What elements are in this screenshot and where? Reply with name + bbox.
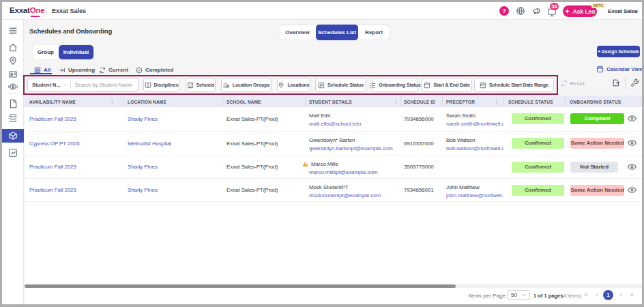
current-page-button[interactable]: 1	[603, 290, 613, 300]
student-email[interactable]: mockstudentpt@example.com	[309, 192, 396, 199]
status-tab-completed[interactable]: Completed	[136, 65, 173, 74]
student-email[interactable]: matt.ellis@school.edu	[309, 121, 396, 127]
filter-col-icon[interactable]: ⋮	[109, 98, 115, 104]
prev-page-button[interactable]: ‹	[593, 291, 601, 298]
schedule-status-badge: Confirmed	[512, 138, 564, 149]
analytics-icon[interactable]	[8, 148, 18, 158]
filter-location-groups[interactable]: Location Groups	[221, 78, 272, 92]
filter-schedule-status[interactable]: Schedule Status	[315, 78, 366, 92]
preceptor-email[interactable]: john.matthew@nortwell.co	[446, 192, 503, 199]
filter-onboarding-status[interactable]: Onboarding Status	[372, 78, 418, 92]
help-icon[interactable]: ?	[499, 6, 509, 16]
table-row[interactable]: Practicum Fall 2025 Shady Pines Exxat Sa…	[25, 179, 642, 202]
student-name: Mock StudentPT	[309, 184, 349, 190]
schedules-box-icon	[8, 131, 18, 141]
view-onboarding-icon[interactable]	[628, 114, 636, 123]
status-tab-current[interactable]: Current	[99, 65, 128, 74]
tab-overview[interactable]: Overview	[279, 25, 316, 40]
horizontal-scrollbar-thumb[interactable]	[25, 284, 456, 288]
toggle-individual[interactable]: Individual	[59, 45, 93, 59]
availability-link[interactable]: Practicum Fall 2025	[29, 116, 76, 122]
filter-start-end-date[interactable]: Start & End Date	[422, 78, 472, 92]
col-student-details[interactable]: STUDENT DETAILS	[309, 100, 352, 104]
search-input[interactable]: Search by Student Nam	[75, 82, 130, 88]
filter-schools-label: Schools	[196, 83, 215, 87]
menu-icon[interactable]	[8, 26, 18, 35]
home-icon[interactable]	[8, 43, 18, 53]
page-size-select[interactable]: 50	[508, 290, 530, 300]
col-availability-name[interactable]: AVAILABILITY NAME	[29, 100, 76, 104]
account-chevron-icon[interactable]	[633, 8, 640, 15]
export-icon[interactable]	[612, 78, 621, 87]
col-preceptor[interactable]: PRECEPTOR	[446, 100, 475, 104]
table-row[interactable]: Practicum Fall 2025 Shady Pines Exxat Sa…	[25, 156, 642, 179]
tab-report[interactable]: Report	[358, 25, 390, 40]
preceptor-name: John Matthew	[446, 184, 503, 190]
product-name: Exxat Sales	[52, 8, 86, 14]
location-link[interactable]: Shady Pines	[128, 187, 158, 193]
brand-divider	[46, 7, 47, 15]
filter-locations[interactable]: Locations	[277, 78, 310, 92]
location-link[interactable]: Methodist Hospital	[128, 141, 171, 147]
location-pin-icon[interactable]	[8, 56, 18, 65]
table-row[interactable]: Cypress OP PT 2025 Methodist Hospital Ex…	[25, 132, 642, 156]
table-row[interactable]: Practicum Fall 2025 Shady Pines Exxat Sa…	[25, 107, 642, 132]
calendar-view-link[interactable]: Calendar View	[596, 65, 642, 73]
view-onboarding-icon[interactable]	[628, 186, 636, 194]
filter-disciplines-label: Disciplines	[154, 83, 179, 87]
check-circle-icon	[136, 67, 143, 74]
topbar: ExxatOne Exxat Sales ? 54 Ask Leo BETA E…	[2, 2, 642, 20]
cohorts-icon[interactable]	[8, 113, 18, 123]
location-link[interactable]: Shady Pines	[128, 164, 158, 170]
availability-link[interactable]: Practicum Fall 2025	[29, 187, 76, 193]
view-onboarding-icon[interactable]	[628, 162, 636, 171]
payments-icon[interactable]	[8, 82, 18, 91]
select-chevron-icon	[522, 293, 527, 297]
col-divider	[503, 96, 504, 107]
col-schedule-id[interactable]: SCHEDULE ID	[404, 100, 435, 104]
preceptor-name: Sarah Smith	[446, 113, 503, 119]
brand-underline	[31, 16, 40, 17]
col-onboarding-status[interactable]: ONBOARDING STATUS	[570, 100, 621, 104]
col-schedule-status[interactable]: SCHEDULE STATUS	[508, 100, 553, 104]
col-location-name[interactable]: LOCATION NAME	[128, 100, 166, 104]
view-onboarding-icon[interactable]	[628, 138, 636, 147]
first-page-button[interactable]: «	[582, 291, 590, 298]
student-email[interactable]: gwendolyn.bartonpt@example.com	[309, 145, 396, 151]
search-category-dropdown[interactable]: Student N...	[28, 82, 61, 88]
availability-link[interactable]: Practicum Fall 2025	[29, 164, 76, 170]
availability-link[interactable]: Cypress OP PT 2025	[29, 141, 80, 147]
calendar-view-label: Calendar View	[606, 66, 642, 72]
tab-schedules-list[interactable]: Schedules List	[316, 25, 358, 40]
announcements-icon[interactable]	[532, 6, 542, 16]
toolbar-divider	[625, 76, 626, 89]
chevron-down-icon[interactable]	[63, 83, 67, 88]
preceptor-email[interactable]: bob.watson@northwell.con	[446, 145, 503, 151]
location-link[interactable]: Shady Pines	[128, 116, 158, 122]
school-name: Exxat Sales-PT(Prod)	[226, 187, 278, 193]
last-page-button[interactable]: »	[628, 291, 636, 298]
next-page-button[interactable]: ›	[617, 291, 625, 298]
filter-schedule-start-date-range[interactable]: Schedule Start Date Range	[474, 78, 554, 92]
status-tab-upcoming[interactable]: Upcoming	[59, 65, 95, 74]
filter-disciplines[interactable]: Disciplines	[143, 78, 179, 92]
globe-icon[interactable]	[516, 6, 525, 16]
assign-schedule-button[interactable]: + Assign Schedule	[597, 46, 640, 57]
student-email[interactable]: marco.millspt@example.com	[309, 169, 396, 175]
filter-col-icon[interactable]: ⋮	[494, 98, 499, 104]
settings-wrench-icon[interactable]	[630, 78, 639, 87]
document-icon[interactable]	[8, 99, 18, 108]
filter-col-icon[interactable]: ⋮	[393, 98, 398, 104]
filter-schedule-start-date-range-label: Schedule Start Date Range	[489, 83, 548, 87]
filter-schools[interactable]: Schools	[186, 78, 216, 92]
filter-location-groups-label: Location Groups	[233, 83, 270, 87]
sidebar-item-schedules[interactable]	[2, 129, 24, 143]
contacts-card-icon[interactable]	[8, 70, 18, 79]
checklist-icon	[369, 82, 376, 89]
warning-icon	[302, 161, 308, 167]
preceptor-email[interactable]: sarah.smith@northwell.con	[446, 121, 503, 127]
reset-filters-button[interactable]: Reset	[561, 80, 585, 87]
search-icon[interactable]	[129, 82, 133, 89]
col-school-name[interactable]: SCHOOL NAME	[226, 100, 261, 104]
toggle-group[interactable]: Group	[33, 45, 59, 59]
